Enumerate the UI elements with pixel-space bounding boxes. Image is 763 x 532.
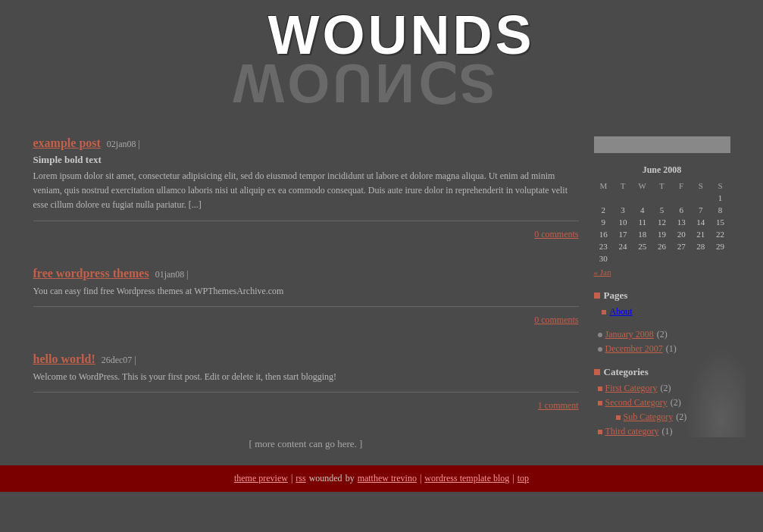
calendar-cell <box>691 192 711 204</box>
archives-section: January 2008(2)December 2007(1) <box>594 329 730 355</box>
archive-count: (2) <box>657 329 668 340</box>
calendar-cell[interactable]: 8 <box>711 204 730 216</box>
post-header: hello world!26dec07 | <box>33 352 579 366</box>
calendar-cell[interactable]: 10 <box>613 216 633 228</box>
calendar-day-header: F <box>671 180 691 192</box>
footer-theme-preview-link[interactable]: theme preview <box>234 473 288 484</box>
category-link[interactable]: Sub Category <box>624 412 674 423</box>
categories-heading-label: Categories <box>604 366 649 378</box>
site-logo: WOUNDS SƆИUOW <box>268 8 496 121</box>
post-separator <box>33 306 579 307</box>
category-link[interactable]: Third category <box>605 426 659 437</box>
calendar-cell[interactable]: 29 <box>711 240 730 252</box>
calendar-cell[interactable]: 2 <box>594 204 614 216</box>
post-comments-link[interactable]: 0 comments <box>33 315 579 326</box>
calendar-cell <box>613 252 633 264</box>
calendar-cell[interactable]: 17 <box>613 228 633 240</box>
footer-wordress-link[interactable]: wordress template blog <box>424 473 509 484</box>
calendar-cell[interactable]: 18 <box>633 228 652 240</box>
calendar-cell[interactable]: 24 <box>613 240 633 252</box>
post-date: 02jan08 | <box>107 139 140 150</box>
post-content-text: You can easy find free Wordpress themes … <box>33 284 579 299</box>
more-content-label: [ more content can go here. ] <box>33 438 579 450</box>
category-bullet-icon <box>598 386 602 391</box>
calendar-cell <box>652 252 672 264</box>
archive-link[interactable]: January 2008 <box>605 329 654 340</box>
calendar-cell[interactable]: 14 <box>691 216 711 228</box>
calendar-row: 16171819202122 <box>594 228 730 240</box>
calendar-cell[interactable]: 12 <box>652 216 672 228</box>
post-date: 01jan08 | <box>155 269 189 280</box>
footer-author-link[interactable]: matthew trevino <box>358 473 417 484</box>
footer-sep1: | <box>291 473 292 484</box>
post-item: hello world!26dec07 |Welcome to WordPres… <box>33 352 579 423</box>
calendar-cell[interactable]: 26 <box>652 240 672 252</box>
calendar-cell <box>594 192 614 204</box>
post-title-link[interactable]: example post <box>33 136 101 150</box>
calendar-cell <box>691 252 711 264</box>
category-item: Third category(1) <box>598 426 730 437</box>
footer-sep3: | <box>512 473 514 484</box>
post-title-link[interactable]: free wordpress themes <box>33 267 149 280</box>
calendar-cell[interactable]: 30 <box>594 252 614 264</box>
calendar-cell[interactable]: 27 <box>671 240 691 252</box>
calendar-cell <box>711 252 730 264</box>
post-item: free wordpress themes01jan08 |You can ea… <box>33 267 579 337</box>
calendar-cell[interactable]: 3 <box>613 204 633 216</box>
category-count: (2) <box>676 412 686 423</box>
calendar-cell[interactable]: 21 <box>691 228 711 240</box>
site-header: WOUNDS SƆИUOW <box>0 0 763 136</box>
post-item: example post02jan08 |Simple bold textLor… <box>33 136 579 252</box>
archive-bullet-icon <box>598 347 602 352</box>
category-link[interactable]: Second Category <box>605 397 668 408</box>
calendar-cell[interactable]: 4 <box>633 204 652 216</box>
archive-item: December 2007(1) <box>598 343 730 355</box>
categories-bullet-icon <box>594 369 600 375</box>
calendar-day-header: M <box>594 180 614 192</box>
calendar-cell[interactable]: 19 <box>652 228 672 240</box>
category-count: (2) <box>671 397 681 408</box>
calendar-cell[interactable]: 25 <box>633 240 652 252</box>
pages-item-link[interactable]: About <box>610 306 633 318</box>
archive-link[interactable]: December 2007 <box>605 343 663 355</box>
calendar-cell[interactable]: 22 <box>711 228 730 240</box>
calendar-cell <box>652 192 672 204</box>
calendar-cell[interactable]: 1 <box>711 192 730 204</box>
categories-list: First Category(2)Second Category(2)Sub C… <box>594 383 730 437</box>
calendar-cell[interactable]: 7 <box>691 204 711 216</box>
calendar-cell[interactable]: 11 <box>633 216 652 228</box>
calendar-day-header: S <box>691 180 711 192</box>
category-bullet-icon <box>616 415 621 420</box>
footer-rss-link[interactable]: rss <box>296 473 305 484</box>
page-wrapper: example post02jan08 |Simple bold textLor… <box>33 136 730 450</box>
post-content-text: Lorem ipsum dolor sit amet, consectetur … <box>33 169 579 213</box>
calendar-cell[interactable]: 23 <box>594 240 614 252</box>
calendar-widget: June 2008 MTWTFSS 1234567891011121314151… <box>594 164 730 278</box>
category-link[interactable]: First Category <box>605 383 658 394</box>
calendar-cell[interactable]: 5 <box>652 204 672 216</box>
categories-section: Categories First Category(2)Second Categ… <box>594 366 730 437</box>
post-bold-line: Simple bold text <box>33 154 579 166</box>
calendar-prev-link[interactable]: « Jan <box>594 268 611 277</box>
calendar-cell <box>633 192 652 204</box>
post-title-link[interactable]: hello world! <box>33 352 95 366</box>
category-item: Second Category(2) <box>598 397 730 408</box>
calendar-cell[interactable]: 20 <box>671 228 691 240</box>
calendar-cell[interactable]: 13 <box>671 216 691 228</box>
search-input[interactable] <box>594 136 730 153</box>
post-header: free wordpress themes01jan08 | <box>33 267 579 280</box>
calendar-cell[interactable]: 16 <box>594 228 614 240</box>
pages-bullet-icon <box>594 293 600 299</box>
categories-heading: Categories <box>594 366 730 378</box>
post-comments-link[interactable]: 0 comments <box>33 229 579 240</box>
calendar-cell[interactable]: 15 <box>711 216 730 228</box>
footer-top-link[interactable]: top <box>518 473 529 484</box>
pages-bullet-icon <box>602 310 606 315</box>
calendar-cell[interactable]: 9 <box>594 216 614 228</box>
calendar-day-header: W <box>633 180 652 192</box>
calendar-cell[interactable]: 6 <box>671 204 691 216</box>
logo-reflection: SƆИUOW <box>268 58 496 108</box>
post-comments-link[interactable]: 1 comment <box>33 400 579 412</box>
calendar-cell[interactable]: 28 <box>691 240 711 252</box>
main-content: example post02jan08 |Simple bold textLor… <box>33 136 579 450</box>
